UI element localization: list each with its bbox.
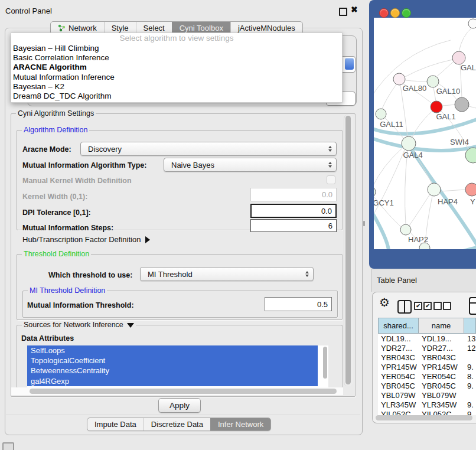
collapsed-arrow-icon	[145, 236, 150, 243]
kernel-width-field[interactable]: 0.0	[250, 188, 337, 201]
bottom-tab-label: Discretize Data	[151, 420, 203, 429]
attribute-item-betweennesscentrality[interactable]: BetweennessCentrality	[27, 366, 318, 376]
columns-icon[interactable]	[397, 300, 412, 314]
graph-node-gcy1[interactable]	[374, 186, 376, 198]
algorithm-option-basic-correlation-inference[interactable]: Basic Correlation Inference	[11, 53, 342, 63]
graph-node-gal4[interactable]	[402, 136, 416, 151]
graph-node-hap4[interactable]	[428, 183, 441, 196]
table-cell: YDL19...	[419, 334, 464, 343]
graph-node-gal80[interactable]	[393, 73, 405, 85]
graph-node-y[interactable]	[465, 183, 476, 196]
table-row[interactable]: YBR045CYBR045C9.	[378, 381, 476, 390]
zoom-traffic-light-icon[interactable]	[402, 8, 411, 18]
table-row[interactable]: YDL19...YDL19...13	[378, 334, 476, 343]
table-row[interactable]: YBL079WYBL079W	[378, 390, 476, 400]
stepper-arrows-icon	[305, 271, 309, 277]
attribute-item-gal4rgexp[interactable]: gal4RGexp	[27, 376, 318, 386]
which-threshold-select[interactable]: MI Threshold	[140, 267, 314, 281]
bottom-tab-discretize-data[interactable]: Discretize Data	[144, 418, 210, 431]
table-row[interactable]: YDR27...YDR27...12	[378, 343, 476, 353]
graph-node-hap2[interactable]	[400, 224, 411, 235]
node-label-gal10: GAL10	[436, 87, 460, 96]
sources-title[interactable]: Sources for Network Inference	[22, 321, 136, 329]
table-row[interactable]: YLR345WYLR345W9.	[378, 400, 476, 409]
select-all-checkbox-icon[interactable]: ✔	[414, 302, 422, 310]
deselect-checkbox-icon[interactable]	[433, 302, 442, 310]
bottom-tab-infer-network[interactable]: Infer Network	[210, 418, 270, 431]
mi-steps-field[interactable]: 6	[250, 219, 337, 232]
node-label-swi4: SWI4	[450, 138, 469, 146]
table-cell: 9	[464, 410, 476, 416]
table-body: YDL19...YDL19...13YDR27...YDR27...12YBR0…	[378, 334, 476, 415]
algorithm-dropdown: Select algorithm to view settings Bayesi…	[11, 32, 343, 103]
table-mode-icon[interactable]	[469, 297, 476, 315]
table-cell: YDR27...	[378, 344, 419, 353]
node-label-y: Y	[470, 197, 475, 206]
algorithm-option-bayesian-k2[interactable]: Bayesian – K2	[11, 82, 342, 92]
table-cell: YBR043C	[378, 353, 419, 362]
table-hscroll-thumb[interactable]	[376, 415, 472, 420]
graph-node-gal10[interactable]	[427, 76, 439, 87]
minimize-traffic-light-icon[interactable]	[390, 8, 400, 18]
mi-type-select[interactable]: Naive Bayes	[164, 158, 337, 172]
table-cell: 8.	[464, 372, 476, 381]
mi-type-value: Naive Bayes	[171, 161, 214, 169]
table-cell: YDL19...	[378, 334, 419, 343]
column-header-partial[interactable]	[464, 318, 476, 334]
panel-divider	[6, 415, 360, 415]
graph-node[interactable]	[468, 19, 476, 28]
table-row[interactable]: YER054CYER054C8.	[378, 371, 476, 381]
settings-hscroll-thumb[interactable]	[30, 389, 337, 394]
collapsed-panel-icon[interactable]	[2, 442, 14, 450]
table-row[interactable]: YIL052CYIL052C9	[378, 409, 476, 415]
table-cell: YIL052C	[419, 410, 464, 416]
data-attributes-list[interactable]: SelfLoopsTopologicalCoefficientBetweenne…	[27, 345, 328, 387]
network-canvas[interactable]: GALGAL80GAL10GAL1GAL11GAL4SWI4HAP4YGCY1H…	[374, 18, 476, 249]
combo-arrow-button	[345, 58, 354, 70]
algorithm-option-mutual-information-inference[interactable]: Mutual Information Inference	[11, 73, 342, 82]
bottom-tab-impute-data[interactable]: Impute Data	[87, 418, 144, 431]
table-row[interactable]: YBR043CYBR043C	[378, 353, 476, 362]
close-traffic-light-icon[interactable]	[379, 8, 389, 18]
node-label-gal80: GAL80	[403, 84, 426, 93]
mi-threshold-field[interactable]: 0.5	[265, 297, 332, 311]
attribute-item-topologicalcoefficient[interactable]: TopologicalCoefficient	[27, 356, 318, 366]
hub-definition-toggle[interactable]: Hub/Transcription Factor Definition	[22, 235, 150, 244]
graph-node-gal11[interactable]	[376, 109, 386, 119]
attribute-item-selfloops[interactable]: SelfLoops	[27, 345, 318, 356]
float-window-icon[interactable]	[339, 8, 347, 16]
node-label-gcy1: GCY1	[374, 198, 394, 207]
attributes-scrollbar-thumb[interactable]	[323, 347, 327, 379]
graph-node-gal[interactable]	[452, 51, 465, 64]
node-label-gal4: GAL4	[403, 151, 422, 159]
close-icon[interactable]: ✖	[351, 5, 358, 14]
select-all-checkbox-icon[interactable]: ✔	[423, 302, 432, 310]
hub-definition-label: Hub/Transcription Factor Definition	[22, 235, 141, 244]
table-cell: YPR145W	[378, 363, 419, 371]
graph-node[interactable]	[455, 97, 469, 112]
aracne-mode-select[interactable]: Discovery	[80, 142, 337, 156]
algorithm-definition-title: Algorithm Definition	[22, 126, 89, 134]
table-cell: YER054C	[378, 372, 419, 381]
apply-button[interactable]: Apply	[158, 398, 201, 413]
graph-node-gal1[interactable]	[431, 101, 442, 113]
settings-scrollbar-thumb[interactable]	[345, 116, 351, 384]
dpi-tolerance-label: DPI Tolerance [0,1]:	[22, 208, 91, 217]
expanded-arrow-icon	[127, 323, 134, 328]
algorithm-option-dream8-dc-tdc-algorithm[interactable]: Dream8 DC_TDC Algorithm	[11, 92, 342, 101]
dropdown-items: Bayesian – Hill ClimbingBasic Correlatio…	[11, 44, 342, 101]
algorithm-option-bayesian-hill-climbing[interactable]: Bayesian – Hill Climbing	[11, 44, 342, 53]
node-label-hap4: HAP4	[438, 197, 458, 206]
dpi-tolerance-field[interactable]: 0.0	[250, 204, 337, 218]
stepper-arrows-icon	[328, 146, 332, 152]
manual-kernel-checkbox[interactable]	[327, 175, 335, 184]
table-row[interactable]: YPR145WYPR145W9.	[378, 362, 476, 371]
which-threshold-value: MI Threshold	[148, 270, 193, 279]
algorithm-option-aracne-algorithm[interactable]: ARACNE Algorithm	[11, 63, 342, 72]
table-cell: 13	[464, 334, 476, 343]
gear-icon[interactable]: ⚙	[379, 296, 390, 308]
column-header-name[interactable]: name	[419, 318, 464, 334]
split-pane-handle[interactable]	[363, 221, 365, 226]
deselect-checkbox-icon[interactable]	[443, 302, 451, 310]
column-header-shared[interactable]: shared...	[378, 318, 419, 334]
